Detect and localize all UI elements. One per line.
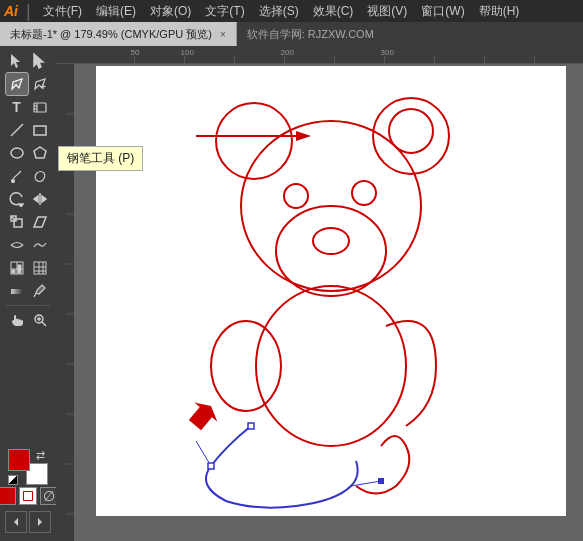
svg-text:200: 200 xyxy=(281,48,295,57)
tool-scale[interactable] xyxy=(6,211,28,233)
tool-rect[interactable] xyxy=(29,119,51,141)
tool-gradient[interactable] xyxy=(6,280,28,302)
color-mode-fill[interactable] xyxy=(0,487,16,505)
menu-view[interactable]: 视图(V) xyxy=(361,1,413,22)
tool-polygon[interactable] xyxy=(29,142,51,164)
toolbar: 钢笔工具 (P) T xyxy=(0,46,56,541)
svg-rect-51 xyxy=(208,463,214,469)
svg-point-40 xyxy=(216,103,292,179)
menu-text[interactable]: 文字(T) xyxy=(199,1,250,22)
menu-bar: Ai | 文件(F) 编辑(E) 对象(O) 文字(T) 选择(S) 效果(C)… xyxy=(0,0,583,22)
svg-marker-12 xyxy=(34,147,46,158)
svg-rect-53 xyxy=(378,478,384,484)
menu-select[interactable]: 选择(S) xyxy=(253,1,305,22)
tool-row-type: T xyxy=(3,96,53,118)
svg-rect-26 xyxy=(34,262,46,274)
svg-point-44 xyxy=(352,181,376,205)
type-icon: T xyxy=(12,99,21,115)
svg-text:300: 300 xyxy=(381,48,395,57)
next-artboard[interactable] xyxy=(29,511,51,533)
tool-width[interactable] xyxy=(6,234,28,256)
tool-type-area[interactable] xyxy=(29,96,51,118)
svg-rect-52 xyxy=(248,423,254,429)
svg-marker-54 xyxy=(183,396,222,434)
menu-file[interactable]: 文件(F) xyxy=(37,1,88,22)
svg-line-34 xyxy=(42,322,46,326)
tool-pen[interactable] xyxy=(6,73,28,95)
svg-point-13 xyxy=(11,180,14,183)
tool-row-brush xyxy=(3,165,53,187)
app-logo: Ai xyxy=(4,3,18,19)
tool-blob-brush[interactable] xyxy=(29,165,51,187)
canvas-area[interactable]: 50 100 200 300 xyxy=(56,46,583,541)
svg-point-45 xyxy=(276,206,386,296)
tool-zoom[interactable] xyxy=(29,309,51,331)
tool-select[interactable] xyxy=(6,50,28,72)
color-mode-stroke[interactable] xyxy=(19,487,37,505)
reset-colors[interactable] xyxy=(8,475,18,485)
svg-rect-31 xyxy=(11,289,23,294)
swap-colors[interactable]: ⇄ xyxy=(36,449,48,461)
tool-row-scale xyxy=(3,211,53,233)
site-info: 软件自学网: RJZXW.COM xyxy=(247,27,374,42)
tool-paintbrush[interactable] xyxy=(6,165,28,187)
tool-type[interactable]: T xyxy=(6,96,28,118)
menu-edit[interactable]: 编辑(E) xyxy=(90,1,142,22)
svg-rect-18 xyxy=(14,219,22,227)
tab-bar: 未标题-1* @ 179.49% (CMYK/GPU 预览) × 软件自学网: … xyxy=(0,22,583,46)
tool-shear[interactable] xyxy=(29,211,51,233)
tool-pen-add[interactable] xyxy=(29,73,51,95)
tool-hand[interactable] xyxy=(6,309,28,331)
prev-artboard[interactable] xyxy=(5,511,27,533)
bear-drawing xyxy=(96,66,566,516)
svg-point-48 xyxy=(211,321,281,411)
tool-row-ellipse xyxy=(3,142,53,164)
tool-row-view xyxy=(3,309,53,331)
tool-eyedropper[interactable] xyxy=(29,280,51,302)
menu-separator: | xyxy=(26,1,31,22)
menu-object[interactable]: 对象(O) xyxy=(144,1,197,22)
svg-point-47 xyxy=(256,286,406,446)
svg-marker-17 xyxy=(42,196,46,202)
foreground-color[interactable] xyxy=(8,449,30,471)
tool-mesh[interactable] xyxy=(29,257,51,279)
active-tab[interactable]: 未标题-1* @ 179.49% (CMYK/GPU 预览) × xyxy=(0,22,237,46)
tool-row-graph xyxy=(3,257,53,279)
tool-direct-select[interactable] xyxy=(29,50,51,72)
svg-point-46 xyxy=(313,228,349,254)
tool-warp[interactable] xyxy=(29,234,51,256)
tool-row-transform xyxy=(3,188,53,210)
tool-line[interactable] xyxy=(6,119,28,141)
color-swatches: ⇄ ∅ xyxy=(0,449,58,537)
canvas-white xyxy=(96,66,566,516)
svg-rect-71 xyxy=(56,64,74,541)
svg-rect-10 xyxy=(34,126,46,135)
svg-rect-57 xyxy=(85,46,555,64)
tab-right-info: 软件自学网: RJZXW.COM xyxy=(237,22,384,46)
svg-marker-1 xyxy=(34,54,43,68)
toolbar-divider xyxy=(6,305,50,306)
menu-window[interactable]: 窗口(W) xyxy=(415,1,470,22)
svg-marker-37 xyxy=(14,518,18,526)
ruler-left xyxy=(56,64,74,541)
tool-graph[interactable] xyxy=(6,257,28,279)
tool-row-gradient xyxy=(3,280,53,302)
tool-rotate[interactable] xyxy=(6,188,28,210)
tab-close[interactable]: × xyxy=(220,29,226,40)
tool-ellipse[interactable] xyxy=(6,142,28,164)
svg-rect-25 xyxy=(18,265,21,273)
svg-marker-16 xyxy=(34,196,38,202)
svg-marker-38 xyxy=(38,518,42,526)
tool-row-warp xyxy=(3,234,53,256)
tool-mirror[interactable] xyxy=(29,188,51,210)
menu-effect[interactable]: 效果(C) xyxy=(307,1,360,22)
menu-help[interactable]: 帮助(H) xyxy=(473,1,526,22)
tool-row-pen xyxy=(3,73,53,95)
fg-bg-swatches[interactable]: ⇄ xyxy=(8,449,48,485)
svg-point-2 xyxy=(15,84,17,86)
artboard-switcher xyxy=(5,511,51,533)
svg-text:50: 50 xyxy=(131,48,140,57)
svg-marker-0 xyxy=(11,54,20,68)
svg-point-42 xyxy=(389,109,433,153)
svg-line-9 xyxy=(11,124,23,136)
